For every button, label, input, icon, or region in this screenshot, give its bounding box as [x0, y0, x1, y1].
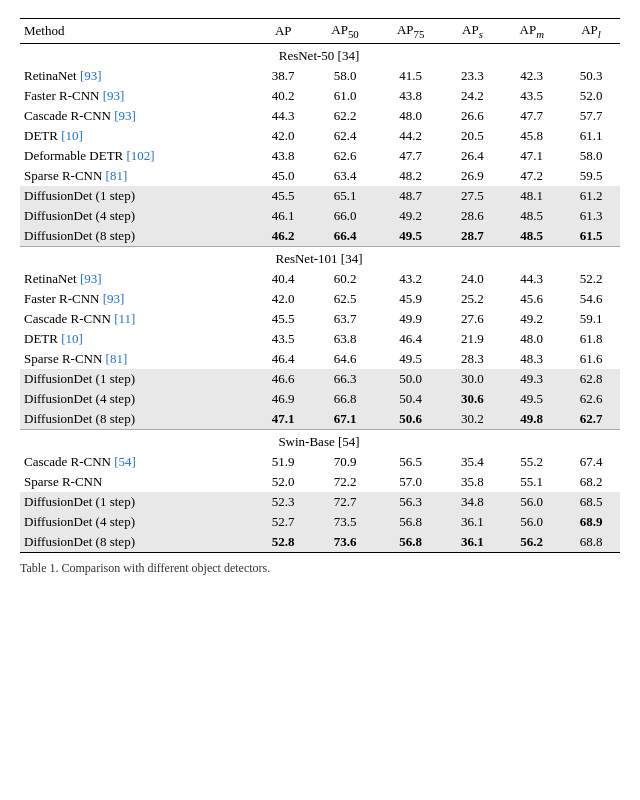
- cell-ap50: 61.0: [312, 86, 378, 106]
- cell-ap50: 67.1: [312, 409, 378, 430]
- cell-ap75: 47.7: [378, 146, 444, 166]
- cell-ap50: 58.0: [312, 66, 378, 86]
- col-method: Method: [20, 19, 254, 44]
- cell-apl: 59.5: [562, 166, 620, 186]
- cell-ap75: 49.2: [378, 206, 444, 226]
- cell-apl: 67.4: [562, 452, 620, 472]
- cell-apm: 48.5: [501, 206, 562, 226]
- cell-ap50: 62.6: [312, 146, 378, 166]
- cell-ap: 51.9: [254, 452, 312, 472]
- cell-aps: 34.8: [444, 492, 502, 512]
- cell-method: Faster R-CNN [93]: [20, 86, 254, 106]
- cell-apm: 49.2: [501, 309, 562, 329]
- cell-ap75: 44.2: [378, 126, 444, 146]
- cell-ap75: 56.8: [378, 512, 444, 532]
- cell-aps: 25.2: [444, 289, 502, 309]
- cell-aps: 30.0: [444, 369, 502, 389]
- table-row: DETR [10]42.062.444.220.545.861.1: [20, 126, 620, 146]
- cell-method: Deformable DETR [102]: [20, 146, 254, 166]
- cell-aps: 27.5: [444, 186, 502, 206]
- cell-method: DiffusionDet (4 step): [20, 206, 254, 226]
- cell-apm: 47.7: [501, 106, 562, 126]
- col-ap75: AP75: [378, 19, 444, 44]
- cell-aps: 26.6: [444, 106, 502, 126]
- cell-ap50: 63.4: [312, 166, 378, 186]
- cell-ap: 44.3: [254, 106, 312, 126]
- cell-ap50: 66.8: [312, 389, 378, 409]
- cell-ap: 40.2: [254, 86, 312, 106]
- cell-apl: 68.5: [562, 492, 620, 512]
- cell-ap50: 66.0: [312, 206, 378, 226]
- table-row: DiffusionDet (1 step)46.666.350.030.049.…: [20, 369, 620, 389]
- cell-aps: 20.5: [444, 126, 502, 146]
- col-ap50: AP50: [312, 19, 378, 44]
- cell-ap: 52.0: [254, 472, 312, 492]
- cell-ap: 46.6: [254, 369, 312, 389]
- cell-apl: 50.3: [562, 66, 620, 86]
- table-caption: Table 1. Comparison with different objec…: [20, 561, 620, 576]
- cell-apm: 48.1: [501, 186, 562, 206]
- cell-ap75: 48.7: [378, 186, 444, 206]
- cell-ap50: 73.6: [312, 532, 378, 553]
- cell-aps: 30.6: [444, 389, 502, 409]
- cell-apm: 55.1: [501, 472, 562, 492]
- cell-ap50: 72.7: [312, 492, 378, 512]
- cell-aps: 27.6: [444, 309, 502, 329]
- cell-apm: 47.2: [501, 166, 562, 186]
- cell-method: DiffusionDet (1 step): [20, 492, 254, 512]
- cell-ap50: 65.1: [312, 186, 378, 206]
- table-row: DiffusionDet (4 step)46.166.049.228.648.…: [20, 206, 620, 226]
- cell-apm: 56.0: [501, 492, 562, 512]
- cell-ap50: 64.6: [312, 349, 378, 369]
- cell-apl: 68.9: [562, 512, 620, 532]
- cell-aps: 28.7: [444, 226, 502, 247]
- cell-method: DETR [10]: [20, 329, 254, 349]
- cell-apm: 56.0: [501, 512, 562, 532]
- cell-ap50: 63.8: [312, 329, 378, 349]
- cell-ap75: 50.0: [378, 369, 444, 389]
- cell-method: Sparse R-CNN [81]: [20, 166, 254, 186]
- cell-aps: 28.6: [444, 206, 502, 226]
- cell-aps: 26.9: [444, 166, 502, 186]
- cell-apm: 47.1: [501, 146, 562, 166]
- col-ap: AP: [254, 19, 312, 44]
- cell-apl: 59.1: [562, 309, 620, 329]
- cell-apl: 62.6: [562, 389, 620, 409]
- cell-ap: 46.4: [254, 349, 312, 369]
- cell-apm: 49.8: [501, 409, 562, 430]
- cell-ap: 40.4: [254, 269, 312, 289]
- cell-apm: 48.5: [501, 226, 562, 247]
- cell-ap50: 62.2: [312, 106, 378, 126]
- cell-method: DiffusionDet (4 step): [20, 512, 254, 532]
- cell-ap50: 62.5: [312, 289, 378, 309]
- cell-apl: 61.5: [562, 226, 620, 247]
- cell-method: DiffusionDet (4 step): [20, 389, 254, 409]
- cell-ap50: 66.3: [312, 369, 378, 389]
- cell-aps: 24.2: [444, 86, 502, 106]
- cell-ap: 45.5: [254, 186, 312, 206]
- cell-method: Sparse R-CNN: [20, 472, 254, 492]
- cell-ap50: 60.2: [312, 269, 378, 289]
- table-row: DiffusionDet (4 step)46.966.850.430.649.…: [20, 389, 620, 409]
- cell-aps: 36.1: [444, 532, 502, 553]
- cell-aps: 35.4: [444, 452, 502, 472]
- table-row: DETR [10]43.563.846.421.948.061.8: [20, 329, 620, 349]
- table-row: Deformable DETR [102]43.862.647.726.447.…: [20, 146, 620, 166]
- cell-ap: 43.5: [254, 329, 312, 349]
- cell-ap75: 45.9: [378, 289, 444, 309]
- cell-method: RetinaNet [93]: [20, 66, 254, 86]
- cell-ap75: 48.2: [378, 166, 444, 186]
- table-row: Faster R-CNN [93]42.062.545.925.245.654.…: [20, 289, 620, 309]
- table-row: RetinaNet [93]38.758.041.523.342.350.3: [20, 66, 620, 86]
- cell-ap75: 50.4: [378, 389, 444, 409]
- cell-aps: 23.3: [444, 66, 502, 86]
- cell-ap75: 57.0: [378, 472, 444, 492]
- cell-ap75: 49.9: [378, 309, 444, 329]
- table-row: Sparse R-CNN [81]46.464.649.528.348.361.…: [20, 349, 620, 369]
- cell-apl: 61.2: [562, 186, 620, 206]
- cell-method: Cascade R-CNN [93]: [20, 106, 254, 126]
- cell-apl: 68.2: [562, 472, 620, 492]
- cell-aps: 28.3: [444, 349, 502, 369]
- table-row: RetinaNet [93]40.460.243.224.044.352.2: [20, 269, 620, 289]
- cell-apl: 58.0: [562, 146, 620, 166]
